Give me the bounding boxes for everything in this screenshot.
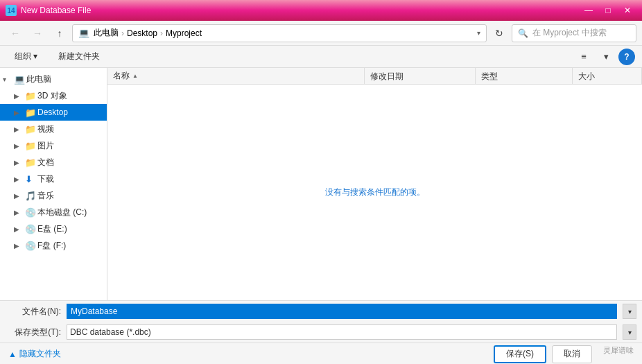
minimize-button[interactable]: — xyxy=(580,3,598,17)
icon-pictures: 📁 xyxy=(25,141,37,151)
up-button[interactable]: ↑ xyxy=(50,24,69,42)
file-list-body: 没有与搜索条件匹配的项。 xyxy=(107,85,642,300)
toolbar2-right: ≡ ▾ ? xyxy=(574,49,635,65)
sidebar-item-cdrive[interactable]: ▶ 💿 本地磁盘 (C:) xyxy=(0,204,107,220)
label-thispc: 此电脑 xyxy=(26,73,51,85)
filename-label: 文件名(N): xyxy=(6,306,61,318)
sidebar: ▾ 💻 此电脑 ▶ 📁 3D 对象 ▶ 📁 Desktop ▶ 📁 视频 ▶ 📁… xyxy=(0,68,107,300)
column-date[interactable]: 修改日期 xyxy=(365,68,476,84)
footer: ▲ 隐藏文件夹 保存(S) 取消 灵犀谱味 xyxy=(0,343,642,364)
sort-arrow-name: ▲ xyxy=(132,73,138,79)
search-placeholder: 在 Myproject 中搜索 xyxy=(532,27,607,39)
action-toolbar: 组织 ▾ 新建文件夹 ≡ ▾ ? xyxy=(0,46,642,68)
toggle-edrive: ▶ xyxy=(14,225,25,233)
help-button[interactable]: ? xyxy=(618,49,635,65)
filename-dropdown[interactable]: ▾ xyxy=(623,304,636,319)
breadcrumb-dropdown-arrow[interactable]: ▾ xyxy=(477,29,480,37)
organize-button[interactable]: 组织 ▾ xyxy=(7,49,45,65)
sidebar-item-edrive[interactable]: ▶ 💿 E盘 (E:) xyxy=(0,220,107,237)
icon-video: 📁 xyxy=(25,124,37,135)
icon-docs: 📁 xyxy=(25,157,37,168)
main-content: ▾ 💻 此电脑 ▶ 📁 3D 对象 ▶ 📁 Desktop ▶ 📁 视频 ▶ 📁… xyxy=(0,68,642,300)
toggle-downloads: ▶ xyxy=(14,175,25,183)
filename-input[interactable] xyxy=(67,304,617,319)
empty-message: 没有与搜索条件匹配的项。 xyxy=(325,187,425,198)
label-pictures: 图片 xyxy=(37,140,54,152)
filetype-dropdown[interactable]: ▾ xyxy=(623,324,636,340)
toggle-pictures: ▶ xyxy=(14,142,25,150)
sidebar-item-thispc[interactable]: ▾ 💻 此电脑 xyxy=(0,71,107,87)
search-icon: 🔍 xyxy=(518,28,528,38)
label-downloads: 下载 xyxy=(37,173,54,185)
toggle-music: ▶ xyxy=(14,192,25,200)
toggle-thispc: ▾ xyxy=(3,76,14,83)
icon-fdrive: 💿 xyxy=(25,241,37,251)
breadcrumb-desktop: Desktop xyxy=(127,28,157,38)
column-name[interactable]: 名称 ▲ xyxy=(107,68,365,84)
search-bar: 🔍 在 Myproject 中搜索 xyxy=(512,24,636,42)
hidden-folder-label: 隐藏文件夹 xyxy=(19,348,61,360)
window-controls: — □ ✕ xyxy=(580,3,636,17)
back-button[interactable]: ← xyxy=(6,24,25,42)
footer-buttons: 保存(S) 取消 灵犀谱味 xyxy=(494,345,634,363)
breadcrumb-myproject: Myproject xyxy=(166,28,202,38)
forward-button[interactable]: → xyxy=(28,24,47,42)
label-fdrive: F盘 (F:) xyxy=(37,240,66,252)
label-music: 音乐 xyxy=(37,190,54,202)
icon-music: 🎵 xyxy=(25,191,37,201)
sidebar-item-documents[interactable]: ▶ 📁 文档 xyxy=(0,154,107,171)
file-list-header: 名称 ▲ 修改日期 类型 大小 xyxy=(107,68,642,85)
sidebar-item-3dobjects[interactable]: ▶ 📁 3D 对象 xyxy=(0,87,107,104)
title-bar: 14 New Database File — □ ✕ xyxy=(0,0,642,21)
toggle-fdrive: ▶ xyxy=(14,242,25,250)
filetype-label: 保存类型(T): xyxy=(6,327,61,338)
app-icon: 14 xyxy=(6,5,17,16)
close-button[interactable]: ✕ xyxy=(618,3,636,17)
title-bar-left: 14 New Database File xyxy=(6,5,91,16)
computer-icon: 💻 xyxy=(78,28,91,38)
filetype-row: 保存类型(T): ▾ xyxy=(0,322,642,343)
toggle-docs: ▶ xyxy=(14,159,25,166)
label-3d: 3D 对象 xyxy=(37,90,67,102)
save-button[interactable]: 保存(S) xyxy=(494,345,546,363)
icon-thispc: 💻 xyxy=(14,74,26,85)
filename-row: 文件名(N): ▾ xyxy=(0,301,642,322)
breadcrumb-bar[interactable]: 💻 此电脑 › Desktop › Myproject ▾ xyxy=(72,24,487,42)
nav-toolbar: ← → ↑ 💻 此电脑 › Desktop › Myproject ▾ ↻ 🔍 … xyxy=(0,21,642,46)
label-video: 视频 xyxy=(37,123,54,135)
filetype-input[interactable] xyxy=(67,324,617,340)
cancel-button[interactable]: 取消 xyxy=(552,345,592,363)
sidebar-item-downloads[interactable]: ▶ ⬇ 下载 xyxy=(0,171,107,187)
maximize-button[interactable]: □ xyxy=(599,3,617,17)
icon-cdrive: 💿 xyxy=(25,207,37,218)
bottom-area: 文件名(N): ▾ 保存类型(T): ▾ xyxy=(0,300,642,343)
column-size[interactable]: 大小 xyxy=(573,68,642,84)
new-folder-button[interactable]: 新建文件夹 xyxy=(51,49,107,65)
view-dropdown-button[interactable]: ▾ xyxy=(596,49,616,65)
label-edrive: E盘 (E:) xyxy=(37,223,67,235)
icon-3d: 📁 xyxy=(25,91,37,101)
label-docs: 文档 xyxy=(37,157,54,168)
column-type[interactable]: 类型 xyxy=(476,68,573,84)
sidebar-item-desktop[interactable]: ▶ 📁 Desktop xyxy=(0,104,107,121)
view-mode-button[interactable]: ≡ xyxy=(574,49,593,65)
icon-edrive: 💿 xyxy=(25,224,37,234)
window-title: New Database File xyxy=(21,6,91,15)
toggle-video: ▶ xyxy=(14,125,25,133)
toggle-desktop: ▶ xyxy=(14,109,25,116)
refresh-button[interactable]: ↻ xyxy=(489,24,509,42)
sidebar-item-video[interactable]: ▶ 📁 视频 xyxy=(0,121,107,137)
label-desktop: Desktop xyxy=(37,107,68,117)
breadcrumb-thispc: 此电脑 xyxy=(94,27,119,39)
toggle-cdrive: ▶ xyxy=(14,209,25,216)
hidden-folder-button[interactable]: ▲ 隐藏文件夹 xyxy=(8,348,61,360)
icon-desktop: 📁 xyxy=(25,107,37,118)
file-list: 名称 ▲ 修改日期 类型 大小 没有与搜索条件匹配的项。 xyxy=(107,68,642,300)
sidebar-item-music[interactable]: ▶ 🎵 音乐 xyxy=(0,187,107,204)
icon-downloads: ⬇ xyxy=(25,174,37,184)
toggle-arrow-icon: ▲ xyxy=(8,349,17,359)
sidebar-item-fdrive[interactable]: ▶ 💿 F盘 (F:) xyxy=(0,237,107,254)
label-cdrive: 本地磁盘 (C:) xyxy=(37,207,87,218)
sidebar-item-pictures[interactable]: ▶ 📁 图片 xyxy=(0,137,107,154)
watermark: 灵犀谱味 xyxy=(603,345,634,363)
